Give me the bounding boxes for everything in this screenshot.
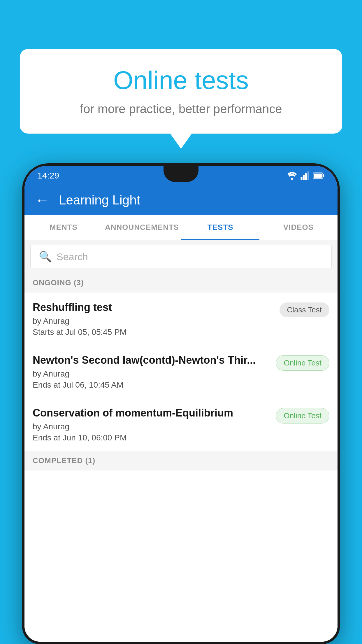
test-badge-2: Online Test: [276, 355, 329, 371]
status-bar: 14:29: [24, 166, 338, 186]
status-time: 14:29: [37, 171, 59, 181]
signal-icon: [300, 172, 310, 180]
test-item[interactable]: Conservation of momentum-Equilibrium by …: [24, 398, 338, 451]
tab-announcements[interactable]: ANNOUNCEMENTS: [103, 215, 181, 240]
test-time-2: Ends at Jul 06, 10:45 AM: [33, 380, 271, 390]
svg-rect-7: [314, 174, 322, 178]
svg-rect-6: [323, 174, 324, 177]
back-button[interactable]: ←: [35, 192, 50, 209]
status-icons: [287, 172, 325, 180]
svg-rect-3: [305, 173, 307, 180]
test-item-left-1: Reshuffling test by Anurag Starts at Jul…: [33, 301, 280, 337]
search-container: 🔍 Search: [24, 240, 338, 273]
test-item-left-2: Newton's Second law(contd)-Newton's Thir…: [33, 354, 276, 390]
tabs-bar: MENTS ANNOUNCEMENTS TESTS VIDEOS: [24, 215, 338, 240]
test-name-1: Reshuffling test: [33, 301, 275, 314]
test-item-left-3: Conservation of momentum-Equilibrium by …: [33, 407, 276, 442]
svg-point-0: [291, 178, 293, 180]
tab-videos[interactable]: VIDEOS: [259, 215, 338, 240]
test-author-1: by Anurag: [33, 316, 275, 326]
test-time-1: Starts at Jul 05, 05:45 PM: [33, 328, 275, 337]
speech-bubble: Online tests for more practice, better p…: [20, 49, 342, 134]
app-bar-title: Learning Light: [59, 193, 140, 207]
phone-notch: [164, 166, 198, 182]
tab-tests[interactable]: TESTS: [181, 215, 259, 240]
completed-section-header: COMPLETED (1): [24, 451, 338, 470]
test-badge-1: Class Test: [280, 302, 329, 317]
search-bar[interactable]: 🔍 Search: [30, 245, 332, 268]
speech-bubble-subtitle: for more practice, better performance: [37, 102, 325, 116]
test-time-3: Ends at Jun 10, 06:00 PM: [33, 433, 271, 442]
search-placeholder: Search: [57, 251, 88, 262]
svg-rect-4: [307, 172, 309, 180]
ongoing-section-header: ONGOING (3): [24, 273, 338, 293]
wifi-icon: [287, 172, 297, 180]
test-badge-3: Online Test: [276, 408, 329, 424]
test-item[interactable]: Reshuffling test by Anurag Starts at Jul…: [24, 293, 338, 345]
svg-rect-2: [303, 175, 305, 180]
tab-ments[interactable]: MENTS: [24, 215, 103, 240]
phone-frame: 14:29: [22, 163, 340, 644]
phone-screen: 14:29: [24, 166, 338, 642]
search-icon: 🔍: [39, 251, 52, 263]
test-item[interactable]: Newton's Second law(contd)-Newton's Thir…: [24, 345, 338, 398]
test-author-2: by Anurag: [33, 369, 271, 379]
test-name-3: Conservation of momentum-Equilibrium: [33, 407, 271, 419]
test-list: Reshuffling test by Anurag Starts at Jul…: [24, 293, 338, 642]
test-author-3: by Anurag: [33, 422, 271, 431]
app-bar: ← Learning Light: [24, 186, 338, 215]
test-name-2: Newton's Second law(contd)-Newton's Thir…: [33, 354, 271, 366]
battery-icon: [313, 172, 325, 180]
svg-rect-1: [301, 177, 302, 180]
speech-bubble-title: Online tests: [37, 65, 325, 95]
